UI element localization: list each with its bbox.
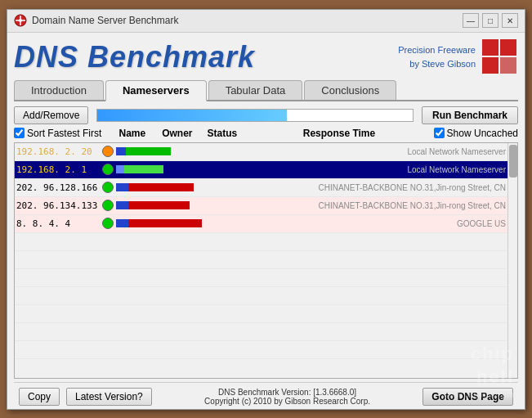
- window-title: Domain Name Server Benchmark: [32, 15, 463, 26]
- tab-tabular-data[interactable]: Tabular Data: [208, 80, 303, 100]
- app-title: DNS Benchmark: [14, 40, 255, 74]
- col-status: Status: [199, 128, 244, 139]
- bar-area: [116, 200, 315, 211]
- table-inner: 192.168. 2. 20 Local Network Nameserver …: [15, 143, 507, 378]
- progress-bar: [96, 109, 414, 122]
- bar-area: [116, 182, 315, 193]
- empty-row: [15, 233, 507, 251]
- toolbar: Add/Remove Run Benchmark: [14, 106, 518, 124]
- bar-area: [116, 146, 404, 157]
- col-response-time: Response Time: [244, 128, 433, 139]
- svg-point-1: [19, 19, 22, 22]
- window-controls: — □ ✕: [463, 13, 518, 28]
- content-area: DNS Benchmark Precision Freeware by Stev…: [7, 33, 525, 409]
- filter-row: Sort Fastest First Name Owner Status Res…: [14, 128, 518, 139]
- close-button[interactable]: ✕: [502, 13, 518, 28]
- status-indicator: [102, 182, 114, 193]
- scrollbar-thumb[interactable]: [509, 145, 517, 178]
- tab-bar: Introduction Nameservers Tabular Data Co…: [14, 80, 518, 101]
- progress-fill: [97, 110, 286, 121]
- empty-row: [15, 269, 507, 287]
- tab-conclusions[interactable]: Conclusions: [304, 80, 396, 100]
- version-info: DNS Benchmark Version: [1.3.6668.0] Copy…: [159, 388, 417, 406]
- table-row[interactable]: 192.168. 2. 1 Local Network Nameserver: [15, 161, 507, 179]
- bar-area: [116, 218, 454, 229]
- copy-button[interactable]: Copy: [19, 388, 60, 406]
- svg-rect-2: [482, 39, 498, 56]
- main-window: Domain Name Server Benchmark — □ ✕ DNS B…: [7, 9, 525, 410]
- sort-fastest-checkbox[interactable]: Sort Fastest First: [14, 128, 101, 139]
- col-owner: Owner: [154, 128, 199, 139]
- table-row[interactable]: 192.168. 2. 20 Local Network Nameserver: [15, 143, 507, 161]
- app-icon: [14, 14, 27, 27]
- empty-row: [15, 305, 507, 323]
- precision-text: Precision Freeware by Steve Gibson: [398, 43, 476, 70]
- banner-right: Precision Freeware by Steve Gibson: [398, 39, 518, 75]
- maximize-button[interactable]: □: [482, 13, 498, 28]
- col-name: Name: [110, 128, 154, 139]
- goto-dns-button[interactable]: Goto DNS Page: [422, 388, 513, 406]
- dns-table: 192.168. 2. 20 Local Network Nameserver …: [14, 142, 518, 379]
- empty-row: [15, 287, 507, 305]
- empty-row: [15, 341, 507, 359]
- banner: DNS Benchmark Precision Freeware by Stev…: [14, 39, 518, 75]
- svg-rect-3: [500, 39, 516, 56]
- title-bar: Domain Name Server Benchmark — □ ✕: [7, 10, 525, 33]
- latest-version-button[interactable]: Latest Version?: [66, 388, 152, 406]
- tab-nameservers[interactable]: Nameservers: [105, 80, 207, 101]
- svg-rect-4: [482, 57, 498, 74]
- table-row[interactable]: 8. 8. 4. 4 GOOGLE US: [15, 215, 507, 233]
- tab-introduction[interactable]: Introduction: [14, 80, 104, 100]
- run-benchmark-button[interactable]: Run Benchmark: [422, 106, 518, 124]
- minimize-button[interactable]: —: [463, 13, 479, 28]
- add-remove-button[interactable]: Add/Remove: [14, 106, 88, 124]
- bar-area: [116, 164, 404, 175]
- empty-row: [15, 323, 507, 341]
- status-indicator: [102, 146, 114, 157]
- bottom-bar: Copy Latest Version? DNS Benchmark Versi…: [14, 382, 518, 409]
- table-row[interactable]: 202. 96.128.166 CHINANET-BACKBONE NO.31,…: [15, 179, 507, 197]
- status-indicator: [102, 200, 114, 211]
- status-indicator: [102, 164, 114, 175]
- scrollbar[interactable]: [507, 143, 517, 378]
- show-uncached-checkbox[interactable]: Show Uncached: [434, 128, 518, 139]
- table-row[interactable]: 202. 96.134.133 CHINANET-BACKBONE NO.31,…: [15, 197, 507, 215]
- empty-row: [15, 251, 507, 269]
- status-indicator: [102, 218, 114, 229]
- logo: [482, 39, 518, 75]
- svg-rect-6: [500, 57, 516, 74]
